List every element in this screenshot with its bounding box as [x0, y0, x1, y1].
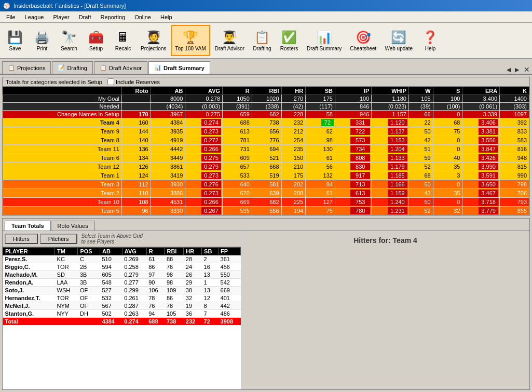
- hp-tab-bar: Hitters Pitchers Select Team in Above Gr…: [3, 231, 241, 247]
- recalc-icon: 🖩: [117, 30, 129, 45]
- table-row[interactable]: McNeil,J. NYM OF 567 0.287 76 78 19 8 44…: [3, 302, 241, 310]
- hitters-tab[interactable]: Hitters: [5, 234, 38, 244]
- col-team: [3, 87, 122, 95]
- drafting-button[interactable]: 📋 Drafting: [249, 25, 275, 56]
- menu-reporting[interactable]: Reporting: [96, 13, 129, 21]
- draftadvisor-button[interactable]: 👨‍🎓 Draft Advisor: [211, 25, 248, 56]
- include-reserves-checkbox[interactable]: [107, 78, 114, 85]
- projections-icon: 🧑‍🎓: [146, 30, 161, 45]
- tab-draftadvisor-icon: 📋: [100, 64, 107, 71]
- col-s: S: [433, 87, 462, 95]
- col-w: W: [408, 87, 433, 95]
- table-row[interactable]: Rendon,A. LAA 3B 548 0.277 90 98 29 1 54…: [3, 279, 241, 287]
- tm-col-header: TM: [55, 248, 78, 255]
- search-icon: 🔭: [61, 30, 77, 45]
- draftsummary-icon: 📊: [317, 30, 332, 45]
- webupdate-icon: 🔄: [391, 30, 406, 45]
- col-ip: IP: [335, 87, 371, 95]
- total-row: Total 4384 0.274 688 738 232 72 3908: [3, 318, 241, 326]
- draftsummary-button[interactable]: 📊 Draft Summary: [303, 25, 345, 56]
- col-roto: Roto: [121, 87, 151, 95]
- print-icon: 🖨️: [34, 30, 50, 45]
- toolbar: 💾 Save 🖨️ Print 🔭 Search 🧰 Setup 🖩 Recal…: [0, 23, 532, 59]
- tab-draftsummary[interactable]: 📊 Draft Summary: [148, 61, 210, 74]
- rbi-col-header: RBI: [165, 248, 184, 255]
- draft-summary-header: Totals for categories selected in Setup …: [3, 77, 529, 87]
- tab-bar: 📋 Projections 📝 Drafting 📋 Draft Advisor…: [0, 59, 532, 75]
- section-tab-bar: Team Totals Roto Values: [3, 219, 529, 231]
- table-row[interactable]: Soto,J. WSH OF 527 0.299 106 109 38 13 6…: [3, 287, 241, 294]
- col-avg: AVG: [185, 87, 223, 95]
- app-icon: ⚾: [3, 3, 10, 9]
- menu-online[interactable]: Online: [130, 13, 155, 21]
- draftadvisor-icon: 👨‍🎓: [222, 30, 237, 45]
- table-row[interactable]: Machado,M. SD 3B 605 0.279 97 98 26 13 5…: [3, 271, 241, 279]
- right-panel: Hitters for: Team 4: [241, 231, 529, 389]
- fp-col-header: FP: [219, 248, 241, 255]
- table-row[interactable]: Biggio,C. TOR 2B 594 0.258 86 76 24 16 4…: [3, 263, 241, 271]
- players-table: PLAYER TM POS AB AVG R RBI HR SB FP: [3, 247, 241, 326]
- top100-button[interactable]: 🏆 Top 100 VAM: [171, 25, 210, 56]
- players-scroll[interactable]: PLAYER TM POS AB AVG R RBI HR SB FP: [3, 247, 241, 389]
- avg-col-header: AVG: [122, 248, 146, 255]
- r-col-header: R: [146, 248, 165, 255]
- tab-drafting-icon: 📝: [58, 64, 65, 71]
- section-tab-roto-values[interactable]: Roto Values: [51, 221, 95, 231]
- help-icon: ❓: [422, 30, 438, 45]
- title-bar: ⚾ Insiderbaseball: Fantistics - [Draft S…: [0, 0, 532, 11]
- draft-summary-table: Roto AB AVG R RBI HR SB IP WHIP W S ERA …: [3, 87, 529, 215]
- recalc-button[interactable]: 🖩 Recalc: [110, 25, 136, 56]
- hitter-pitcher-panel: Hitters Pitchers Select Team in Above Gr…: [3, 231, 241, 389]
- table-row[interactable]: Hernandez,T. TOR OF 532 0.261 78 86 32 1…: [3, 294, 241, 302]
- menu-player[interactable]: Player: [49, 13, 73, 21]
- tab-draftadvisor[interactable]: 📋 Draft Advisor: [94, 61, 147, 74]
- team-content-area: Hitters Pitchers Select Team in Above Gr…: [3, 231, 529, 389]
- nav-left-arrow[interactable]: ◄: [505, 65, 512, 74]
- setup-icon: 🧰: [88, 30, 104, 45]
- col-whip: WHIP: [372, 87, 409, 95]
- title-text: Insiderbaseball: Fantistics - [Draft Sum…: [13, 3, 126, 9]
- pos-col-header: POS: [78, 248, 100, 255]
- hr-col-header: HR: [184, 248, 202, 255]
- col-ab: AB: [151, 87, 185, 95]
- sb-col-header: SB: [202, 248, 219, 255]
- help-button[interactable]: ❓ Help: [417, 25, 443, 56]
- nav-right-arrow[interactable]: ►: [513, 65, 521, 74]
- col-era: ERA: [462, 87, 500, 95]
- save-icon: 💾: [7, 30, 23, 45]
- table-row[interactable]: Perez,S. KC C 510 0.269 61 88 28 2 361: [3, 255, 241, 263]
- close-button[interactable]: ✕: [524, 65, 530, 74]
- tab-drafting[interactable]: 📝 Drafting: [52, 61, 93, 74]
- main-content: Totals for categories selected in Setup …: [0, 75, 532, 392]
- rosters-button[interactable]: ✅ Rosters: [276, 25, 302, 56]
- print-button[interactable]: 🖨️ Print: [29, 25, 55, 56]
- draft-summary-panel: Totals for categories selected in Setup …: [2, 77, 530, 216]
- drafting-icon: 📋: [254, 30, 270, 45]
- menu-file[interactable]: File: [2, 13, 20, 21]
- col-rbi: RBI: [252, 87, 281, 95]
- setup-button[interactable]: 🧰 Setup: [83, 25, 109, 56]
- col-k: K: [500, 87, 529, 95]
- menu-draft[interactable]: Draft: [75, 13, 96, 21]
- tab-draftsummary-icon: 📊: [154, 64, 161, 71]
- hp-note: Select Team in Above Grid to see Players: [81, 233, 143, 245]
- rosters-icon: ✅: [281, 30, 297, 45]
- save-button[interactable]: 💾 Save: [2, 25, 28, 56]
- pitchers-tab[interactable]: Pitchers: [40, 234, 77, 244]
- webupdate-button[interactable]: 🔄 Web update: [381, 25, 416, 56]
- col-hr: HR: [281, 87, 306, 95]
- cheatsheet-button[interactable]: 🎯 Cheatsheet: [346, 25, 380, 56]
- menu-bar: File League Player Draft Reporting Onlin…: [0, 11, 532, 23]
- col-sb: SB: [306, 87, 335, 95]
- projections-button[interactable]: 🧑‍🎓 Projections: [137, 25, 170, 56]
- search-button[interactable]: 🔭 Search: [56, 25, 82, 56]
- tab-projections-icon: 📋: [8, 64, 15, 71]
- tab-projections[interactable]: 📋 Projections: [2, 61, 51, 74]
- ab-col-header: AB: [100, 248, 122, 255]
- hitters-for-label: Hitters for: Team 4: [353, 236, 417, 245]
- setup-note: Totals for categories selected in Setup: [6, 79, 102, 85]
- menu-league[interactable]: League: [21, 13, 48, 21]
- table-row[interactable]: Stanton,G. NYY DH 502 0.263 94 105 36 7 …: [3, 310, 241, 318]
- section-tab-team-totals[interactable]: Team Totals: [5, 221, 51, 231]
- menu-help[interactable]: Help: [156, 13, 176, 21]
